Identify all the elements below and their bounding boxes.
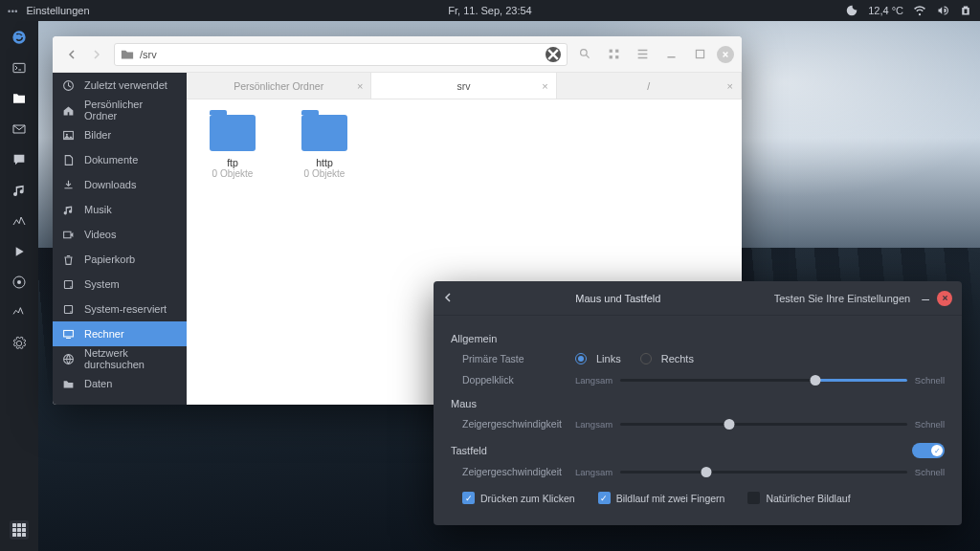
- section-mouse: Maus: [451, 398, 945, 409]
- path-text: /srv: [140, 49, 540, 60]
- path-bar[interactable]: /srv: [114, 43, 568, 66]
- battery-icon[interactable]: [959, 4, 972, 17]
- folder-icon: [121, 48, 134, 61]
- topbar-temp[interactable]: 12,4 °C: [868, 5, 903, 16]
- svg-rect-0: [13, 63, 25, 72]
- folder-icon: [62, 378, 75, 390]
- settings-title: Maus und Tastfeld: [462, 293, 774, 304]
- dock-chat[interactable]: [11, 151, 28, 168]
- sidebar-item-system[interactable]: System: [53, 272, 187, 297]
- slow-label: Langsam: [575, 375, 612, 386]
- svg-rect-8: [696, 50, 703, 57]
- sidebar-item-downloads[interactable]: Downloads: [53, 172, 187, 197]
- close-button[interactable]: [717, 46, 734, 63]
- tab-close[interactable]: ×: [542, 80, 547, 92]
- dock-logo[interactable]: [11, 29, 28, 46]
- night-icon: [845, 4, 858, 17]
- settings-back-button[interactable]: [443, 293, 462, 304]
- music-icon: [62, 204, 75, 216]
- sidebar-item-netzwerk-durchsuchen[interactable]: Netzwerk durchsuchen: [53, 346, 187, 371]
- sidebar-item-musik[interactable]: Musik: [53, 197, 187, 222]
- dock-play[interactable]: [11, 243, 28, 260]
- fm-sidebar: Zuletzt verwendetPersönlicher OrdnerBild…: [53, 73, 187, 405]
- tab-1[interactable]: srv×: [371, 73, 556, 99]
- sidebar-item-rechner[interactable]: Rechner: [53, 321, 187, 346]
- tab-close[interactable]: ×: [357, 80, 363, 92]
- doubleclick-slider[interactable]: [620, 379, 907, 382]
- clear-path-button[interactable]: [546, 47, 561, 62]
- section-general: Allgemein: [451, 333, 945, 344]
- search-button[interactable]: [573, 43, 596, 66]
- radio-left[interactable]: [575, 353, 587, 364]
- maximize-button[interactable]: [688, 43, 711, 66]
- svg-rect-4: [609, 50, 612, 53]
- touchpad-speed-slider[interactable]: [620, 471, 907, 474]
- topbar-app-label[interactable]: Einstellungen: [26, 5, 89, 16]
- touchpad-toggle[interactable]: [912, 443, 945, 458]
- dock-performance[interactable]: [11, 212, 28, 230]
- wifi-icon[interactable]: [913, 4, 926, 17]
- dock-apps-grid[interactable]: [10, 520, 29, 540]
- svg-rect-6: [609, 55, 612, 58]
- back-button[interactable]: [60, 43, 83, 66]
- doc-icon: [62, 154, 75, 166]
- fm-headerbar: /srv: [53, 36, 742, 73]
- svg-point-15: [70, 311, 72, 313]
- tab-0[interactable]: Persönlicher Ordner×: [187, 73, 371, 99]
- svg-point-2: [17, 280, 21, 284]
- activities-dots[interactable]: [8, 5, 16, 16]
- minimize-button[interactable]: [659, 43, 682, 66]
- list-view-button[interactable]: [631, 43, 654, 66]
- sidebar-item-.icons[interactable]: .icons: [53, 396, 187, 405]
- folder-ftp[interactable]: ftp0 Objekte: [202, 115, 263, 179]
- volume-icon[interactable]: [936, 4, 949, 17]
- sidebar-item-videos[interactable]: Videos: [53, 222, 187, 247]
- settings-window: Maus und Tastfeld Testen Sie Ihre Einste…: [434, 281, 962, 525]
- topbar-datetime[interactable]: Fr, 11. Sep, 23:54: [256, 5, 724, 16]
- dock-files[interactable]: [11, 90, 28, 107]
- svg-rect-7: [615, 55, 618, 58]
- image-icon: [62, 129, 75, 142]
- mouse-speed-slider[interactable]: [620, 423, 907, 426]
- test-settings-button[interactable]: Testen Sie Ihre Einstellungen: [774, 293, 910, 304]
- check-natural[interactable]: [747, 492, 760, 504]
- svg-rect-11: [64, 231, 71, 238]
- tab-2[interactable]: /×: [557, 73, 742, 99]
- top-bar: Einstellungen Fr, 11. Sep, 23:54 12,4 °C: [0, 0, 980, 21]
- folder-http[interactable]: http0 Objekte: [294, 115, 355, 179]
- folder-icon: [62, 403, 75, 406]
- label-primary: Primäre Taste: [451, 353, 575, 364]
- svg-point-10: [66, 133, 68, 135]
- video-icon: [62, 229, 75, 241]
- grid-view-button[interactable]: [602, 43, 625, 66]
- sidebar-item-dokumente[interactable]: Dokumente: [53, 147, 187, 172]
- sidebar-item-zuletzt-verwendet[interactable]: Zuletzt verwendet: [53, 73, 187, 98]
- dock-terminal[interactable]: [11, 59, 28, 77]
- svg-rect-16: [64, 330, 74, 337]
- fast-label: Schnell: [915, 375, 945, 386]
- dock-monitor[interactable]: [11, 304, 28, 321]
- dock: [0, 21, 38, 551]
- dock-settings[interactable]: [11, 335, 28, 352]
- sidebar-item-papierkorb[interactable]: Papierkorb: [53, 247, 187, 272]
- check-tap[interactable]: [462, 492, 475, 504]
- dock-browser[interactable]: [11, 274, 28, 291]
- sidebar-item-daten[interactable]: Daten: [53, 371, 187, 396]
- check-twofinger[interactable]: [598, 492, 611, 504]
- settings-minimize[interactable]: –: [922, 291, 929, 306]
- radio-right[interactable]: [640, 353, 652, 364]
- settings-header: Maus und Tastfeld Testen Sie Ihre Einste…: [434, 281, 962, 316]
- radio-right-label: Rechts: [661, 353, 694, 364]
- label-doubleclick: Doppelklick: [451, 374, 575, 386]
- sidebar-item-system-reserviert[interactable]: System-reserviert: [53, 297, 187, 321]
- dock-mail[interactable]: [11, 121, 28, 138]
- dock-music[interactable]: [11, 182, 28, 199]
- tab-close[interactable]: ×: [727, 80, 733, 92]
- fm-tabs: Persönlicher Ordner×srv×/×: [187, 73, 742, 99]
- sidebar-item-bilder[interactable]: Bilder: [53, 122, 187, 147]
- svg-point-13: [70, 286, 72, 288]
- settings-close[interactable]: [937, 291, 952, 306]
- clock-icon: [62, 79, 75, 92]
- sidebar-item-persönlicher-ordner[interactable]: Persönlicher Ordner: [53, 98, 187, 122]
- forward-button[interactable]: [85, 43, 108, 66]
